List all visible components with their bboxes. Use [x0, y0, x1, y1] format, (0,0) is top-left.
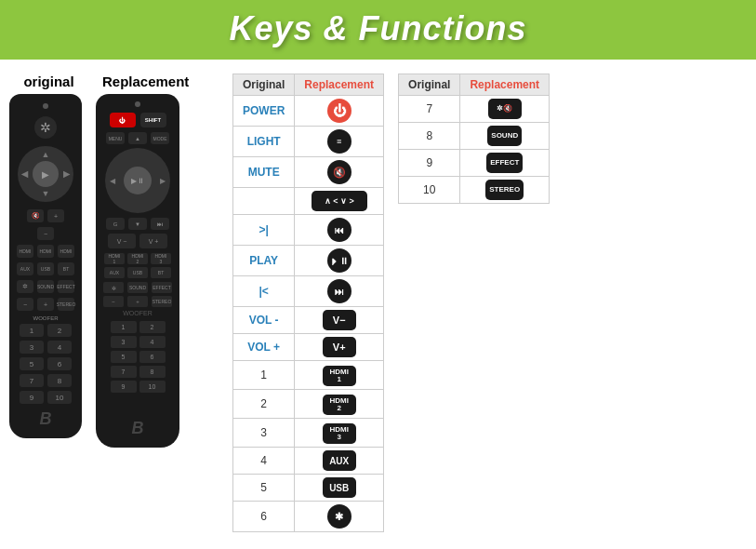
- table1-col2-header: Replacement: [295, 74, 384, 96]
- main-content: original Replacement ✲ ▲ ▼ ◀ ▶ ▶ 🔇 +: [0, 60, 756, 542]
- key-2: 2: [233, 390, 295, 419]
- icon-bt: ✱: [295, 502, 384, 532]
- aux-repl: AUX: [104, 267, 125, 278]
- key-3: 3: [233, 419, 295, 448]
- icon-7: ✲🔇: [460, 96, 550, 123]
- arrows-icon-btn: ∧ < ∨ >: [312, 191, 367, 211]
- icon-volplus: V+: [295, 334, 384, 361]
- plus-btn-orig: +: [47, 209, 64, 222]
- repl-menu-row: MENU ▲ MODE: [106, 132, 169, 144]
- table-row: LIGHT ≡: [233, 127, 384, 157]
- repl-num-grid: 1 2 3 4 5 6 7 8 9 10: [111, 321, 166, 393]
- table-row: MUTE 🔇: [233, 157, 384, 188]
- repl-vol: V − V +: [108, 234, 167, 248]
- table-row: 1 HDMI1: [233, 361, 384, 390]
- woofer-row-orig: − + STEREO: [17, 298, 74, 311]
- shift-btn-repl: SHIFT: [140, 113, 166, 127]
- stereo-icon-btn: STEREO: [485, 180, 524, 200]
- star-btn-orig: ✲: [17, 280, 33, 293]
- minus-woofer-repl: −: [103, 296, 124, 307]
- down-btn-repl: ▼: [128, 218, 147, 230]
- num7-orig: 7: [20, 374, 44, 387]
- bt-repl: BT: [151, 267, 171, 278]
- rnum10: 10: [139, 381, 166, 393]
- rnum5: 5: [111, 351, 137, 363]
- table-row: VOL - V−: [233, 307, 384, 334]
- table-row: 10 STEREO: [399, 177, 550, 204]
- arrow-left-orig: ◀: [21, 169, 28, 179]
- repl-g-row: G ▼ ⏭: [106, 218, 169, 230]
- stereo-btn-orig: STEREO: [58, 298, 74, 311]
- num2-orig: 2: [47, 324, 72, 337]
- remotes-labels: original Replacement: [9, 74, 223, 89]
- usb-btn-orig: USB: [37, 262, 54, 275]
- num5-orig: 5: [20, 357, 44, 370]
- power-btn-repl: ⏻: [110, 113, 136, 127]
- icon-play: ⏵⏸: [295, 246, 384, 276]
- repl-nav-circle: ◀ ▶ ▶⏸: [105, 148, 170, 213]
- icon-power: ⏻: [295, 96, 384, 127]
- table1-col1-header: Original: [233, 74, 295, 96]
- remotes-section: original Replacement ✲ ▲ ▼ ◀ ▶ ▶ 🔇 +: [9, 74, 223, 532]
- key-4: 4: [233, 448, 295, 475]
- hdmi1-icon-btn: HDMI1: [323, 366, 356, 386]
- num10-orig: 10: [47, 391, 72, 404]
- icon-light: ≡: [295, 127, 384, 157]
- hdmi3-btn-orig: HDMI: [58, 245, 74, 258]
- star-repl: ✲: [103, 282, 124, 293]
- sound-repl: SOUND: [127, 282, 148, 293]
- original-label: original: [9, 74, 88, 89]
- table-row: 2 HDMI2: [233, 390, 384, 419]
- table2: Original Replacement 7 ✲🔇 8 SOUND: [398, 74, 550, 204]
- table-row: VOL + V+: [233, 334, 384, 361]
- table-row: >| ⏮: [233, 215, 384, 246]
- num3-orig: 3: [20, 341, 44, 354]
- num6-orig: 6: [47, 357, 72, 370]
- key-arrows: [233, 188, 295, 215]
- rnum9: 9: [111, 381, 137, 393]
- usb-repl: USB: [127, 267, 148, 278]
- minus2-btn-orig: −: [17, 298, 33, 311]
- table2-col1-header: Original: [399, 74, 460, 96]
- icon-volminus: V−: [295, 307, 384, 334]
- icon-9: EFFECT: [460, 150, 550, 177]
- arr-rt-repl: ▶: [160, 177, 166, 185]
- key-8: 8: [399, 123, 460, 150]
- key-power: POWER: [233, 96, 295, 127]
- star-row-orig: ✲ SOUND EFFECT: [17, 280, 74, 293]
- replacement-label: Replacement: [102, 74, 189, 89]
- hdmi2-repl: HDMI2: [127, 253, 148, 264]
- table-row: 9 EFFECT: [399, 150, 550, 177]
- num8-orig: 8: [47, 374, 72, 387]
- key-9: 9: [399, 150, 460, 177]
- rnum2: 2: [139, 321, 166, 333]
- table-row: 4 AUX: [233, 448, 384, 475]
- hdmi1-btn-orig: HDMI: [17, 245, 33, 258]
- key-skipstart: |<: [233, 276, 295, 307]
- control-row-orig: 🔇 +: [27, 209, 64, 222]
- icon-skipend: ⏮: [295, 215, 384, 246]
- key-6: 6: [233, 502, 295, 532]
- woofer-label-orig: WOOFER: [33, 315, 59, 321]
- sound-btn-orig: SOUND: [37, 280, 54, 293]
- bt-btn-orig: BT: [58, 262, 74, 275]
- minus-btn-orig: −: [37, 227, 54, 240]
- repl-woofer-row: ✲ SOUND EFFECT: [103, 282, 172, 293]
- logo-repl: Β: [132, 419, 144, 438]
- table-row: 3 HDMI3: [233, 419, 384, 448]
- hdmi3-repl: HDMI3: [151, 253, 171, 264]
- icon-hdmi1: HDMI1: [295, 361, 384, 390]
- woofer-label-repl: WOOFER: [123, 310, 153, 316]
- key-light: LIGHT: [233, 127, 295, 157]
- usb-icon-btn: USB: [323, 477, 356, 498]
- hdmi2-icon-btn: HDMI2: [323, 395, 356, 415]
- mute-icon-btn: 🔇: [327, 160, 351, 184]
- aux-icon-btn: AUX: [323, 450, 356, 471]
- icon-aux: AUX: [295, 448, 384, 475]
- rnum3: 3: [111, 336, 137, 348]
- plus-woofer-repl: +: [127, 296, 148, 307]
- arrow-right-orig: ▶: [63, 169, 70, 179]
- icon-hdmi3: HDMI3: [295, 419, 384, 448]
- aux-row-orig: AUX USB BT: [17, 262, 74, 275]
- key-5: 5: [233, 475, 295, 502]
